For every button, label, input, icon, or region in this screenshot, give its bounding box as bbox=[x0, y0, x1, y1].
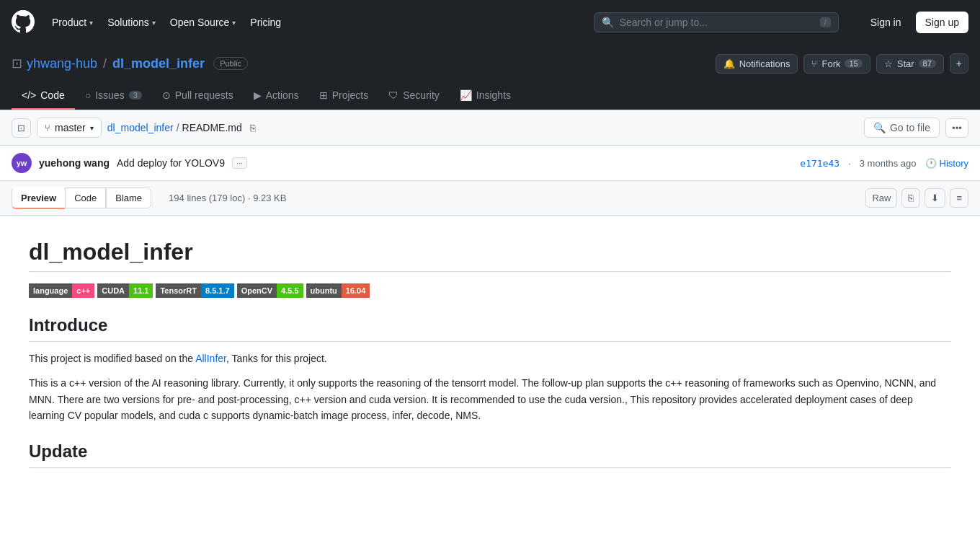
add-button[interactable]: + bbox=[950, 53, 968, 74]
navbar-item-pricing[interactable]: Pricing bbox=[244, 12, 287, 32]
tab-code[interactable]: Code bbox=[65, 188, 106, 208]
signup-button[interactable]: Sign up bbox=[916, 12, 968, 33]
bell-icon: 🔔 bbox=[723, 58, 735, 69]
download-button[interactable]: ⬇ bbox=[925, 188, 945, 208]
search-input[interactable] bbox=[620, 17, 814, 28]
repo-name[interactable]: dl_model_infer bbox=[112, 56, 205, 71]
tab-issues[interactable]: ○ Issues 3 bbox=[75, 82, 152, 110]
commit-expand-button[interactable]: ··· bbox=[232, 157, 247, 169]
copy-content-button[interactable]: ⎘ bbox=[901, 188, 920, 208]
tab-insights[interactable]: 📈 Insights bbox=[450, 82, 521, 110]
fork-label: Fork bbox=[821, 58, 840, 69]
history-button[interactable]: 🕐 History bbox=[925, 158, 968, 169]
repo-separator: / bbox=[103, 56, 107, 71]
insights-icon: 📈 bbox=[460, 89, 472, 101]
search-container: 🔍 / bbox=[594, 12, 839, 32]
history-label: History bbox=[940, 158, 968, 169]
sidebar-toggle-icon: ⊡ bbox=[17, 123, 25, 133]
introduce-p2: This is a c++ version of the AI reasonin… bbox=[29, 375, 951, 423]
opensource-chevron-icon: ▾ bbox=[232, 19, 236, 27]
branch-selector[interactable]: ⑂ master ▾ bbox=[37, 118, 102, 138]
introduce-p1: This project is modified based on the Al… bbox=[29, 351, 951, 366]
breadcrumb-repo-link[interactable]: dl_model_infer bbox=[107, 122, 174, 133]
navbar-item-opensource[interactable]: Open Source ▾ bbox=[164, 12, 242, 32]
go-to-file-label: Go to file bbox=[890, 122, 930, 133]
ellipsis-icon: ••• bbox=[952, 123, 962, 133]
navbar: Product ▾ Solutions ▾ Open Source ▾ Pric… bbox=[0, 0, 980, 45]
repo-tabs: </> Code ○ Issues 3 ⊙ Pull requests ▶ Ac… bbox=[12, 82, 968, 110]
product-label: Product bbox=[52, 17, 86, 28]
tab-security[interactable]: 🛡 Security bbox=[378, 82, 450, 110]
branch-name: master bbox=[55, 122, 86, 133]
pricing-label: Pricing bbox=[250, 17, 281, 28]
code-icon: </> bbox=[22, 89, 36, 101]
fork-icon: ⑂ bbox=[811, 58, 817, 69]
navbar-item-product[interactable]: Product ▾ bbox=[46, 12, 99, 32]
introduce-heading: Introduce bbox=[29, 315, 951, 342]
badge-ubuntu: ubuntu 16.04 bbox=[306, 283, 370, 298]
file-header: ⊡ ⑂ master ▾ dl_model_infer / README.md … bbox=[0, 110, 980, 146]
sidebar-toggle-button[interactable]: ⊡ bbox=[12, 118, 31, 138]
file-content-header: Preview Code Blame 194 lines (179 loc) ·… bbox=[0, 181, 980, 216]
copy-path-button[interactable]: ⎘ bbox=[248, 120, 258, 136]
tab-actions-label: Actions bbox=[266, 89, 299, 101]
opensource-label: Open Source bbox=[170, 17, 230, 28]
breadcrumb-separator: / bbox=[177, 122, 179, 133]
commit-left: yw yuehong wang Add deploy for YOLOV9 ··… bbox=[12, 153, 247, 173]
github-logo-icon[interactable] bbox=[12, 10, 35, 35]
badge-tensorrt: TensorRT 8.5.1.7 bbox=[156, 283, 233, 298]
readme-content: dl_model_infer language c++ CUDA 11.1 Te… bbox=[0, 216, 980, 500]
badge-cuda: CUDA 11.1 bbox=[97, 283, 153, 298]
allinfer-link[interactable]: AllInfer bbox=[195, 353, 226, 364]
repo-header: ⊡ yhwang-hub / dl_model_infer Public 🔔 N… bbox=[0, 45, 980, 110]
tab-actions[interactable]: ▶ Actions bbox=[244, 82, 309, 110]
commit-message: Add deploy for YOLOV9 bbox=[117, 157, 225, 169]
badge-opencv: OpenCV 4.5.5 bbox=[237, 283, 303, 298]
file-tabs: Preview Code Blame bbox=[12, 187, 151, 209]
navbar-auth: Sign in Sign up bbox=[862, 12, 968, 33]
tab-pull-requests[interactable]: ⊙ Pull requests bbox=[152, 82, 244, 110]
navbar-menu: Product ▾ Solutions ▾ Open Source ▾ Pric… bbox=[46, 12, 287, 32]
tab-issues-label: Issues bbox=[95, 89, 124, 101]
commit-hash[interactable]: e171e43 bbox=[800, 158, 839, 169]
tab-pr-label: Pull requests bbox=[175, 89, 233, 101]
star-count: 87 bbox=[919, 59, 936, 68]
copy-icon: ⎘ bbox=[908, 193, 914, 203]
list-view-button[interactable]: ≡ bbox=[950, 188, 968, 208]
go-to-file-button[interactable]: 🔍 Go to file bbox=[864, 118, 940, 138]
introduce-p1-prefix: This project is modified based on the bbox=[29, 353, 195, 364]
signin-button[interactable]: Sign in bbox=[862, 12, 910, 32]
tab-code[interactable]: </> Code bbox=[12, 82, 75, 110]
pr-icon: ⊙ bbox=[162, 89, 171, 101]
repo-owner[interactable]: yhwang-hub bbox=[27, 56, 97, 71]
file-action-btns: Raw ⎘ ⬇ ≡ bbox=[865, 188, 968, 208]
tab-blame[interactable]: Blame bbox=[106, 188, 151, 208]
tab-preview[interactable]: Preview bbox=[12, 187, 65, 209]
security-icon: 🛡 bbox=[388, 89, 398, 101]
main-content: ⊡ ⑂ master ▾ dl_model_infer / README.md … bbox=[0, 110, 980, 500]
commit-author[interactable]: yuehong wang bbox=[39, 157, 110, 169]
notifications-button[interactable]: 🔔 Notifications bbox=[716, 54, 798, 74]
notifications-label: Notifications bbox=[739, 58, 790, 69]
commit-right: e171e43 · 3 months ago 🕐 History bbox=[800, 158, 968, 169]
navbar-item-solutions[interactable]: Solutions ▾ bbox=[102, 12, 161, 32]
more-options-button[interactable]: ••• bbox=[945, 118, 968, 138]
file-header-right: 🔍 Go to file ••• bbox=[864, 118, 968, 138]
repo-actions: 🔔 Notifications ⑂ Fork 15 ☆ Star 87 + bbox=[716, 53, 968, 74]
issues-icon: ○ bbox=[85, 89, 91, 101]
star-button[interactable]: ☆ Star 87 bbox=[876, 54, 944, 74]
tab-projects[interactable]: ⊞ Projects bbox=[309, 82, 379, 110]
raw-button[interactable]: Raw bbox=[865, 188, 897, 208]
actions-icon: ▶ bbox=[254, 89, 262, 101]
fork-button[interactable]: ⑂ Fork 15 bbox=[803, 54, 870, 74]
file-meta: 194 lines (179 loc) · 9.23 KB bbox=[169, 193, 286, 203]
search-box[interactable]: 🔍 / bbox=[594, 12, 839, 32]
fork-count: 15 bbox=[845, 59, 862, 68]
list-icon: ≡ bbox=[956, 193, 962, 203]
introduce-p1-suffix: , Tanks for this project. bbox=[226, 353, 327, 364]
tab-code-label: Code bbox=[40, 89, 64, 101]
star-label: Star bbox=[897, 58, 914, 69]
branch-chevron-icon: ▾ bbox=[90, 124, 94, 132]
download-icon: ⬇ bbox=[931, 193, 939, 203]
tab-projects-label: Projects bbox=[332, 89, 369, 101]
